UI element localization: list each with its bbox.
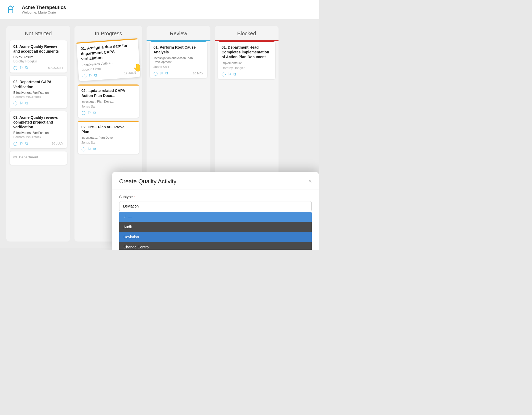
modal-container: Create Quality Activity × Subtype* Devia… [112,172,319,250]
dropdown-selected-value: Deviation [123,204,139,208]
dropdown-option-label: Deviation [123,235,139,239]
dropdown-option-deviation[interactable]: Deviation [119,232,312,242]
dropdown-option-audit[interactable]: Audit [119,222,312,232]
modal-backdrop: Create Quality Activity × Subtype* Devia… [0,0,319,250]
required-star: * [133,195,135,199]
modal-close-button[interactable]: × [308,179,312,184]
subtype-dropdown-menu: ✓ — Audit Deviation Change Control Compl… [119,212,312,250]
modal-header: Create Quality Activity × [112,172,319,189]
check-icon: ✓ [123,215,126,219]
modal-title: Create Quality Activity [119,178,176,185]
subtype-dropdown-trigger[interactable]: Deviation [119,201,312,211]
dropdown-option-change-control[interactable]: Change Control [119,242,312,250]
subtype-label: Subtype* [119,195,312,199]
dropdown-option-label: Change Control [123,245,149,249]
dropdown-option-label: — [128,215,132,219]
modal-body: Subtype* Deviation ✓ — Audit Deviation [112,189,319,229]
subtype-dropdown-wrapper[interactable]: Deviation ✓ — Audit Deviation Change Con… [119,201,312,211]
dropdown-option-label: Audit [123,225,132,229]
dropdown-option-dash[interactable]: ✓ — [119,212,312,222]
